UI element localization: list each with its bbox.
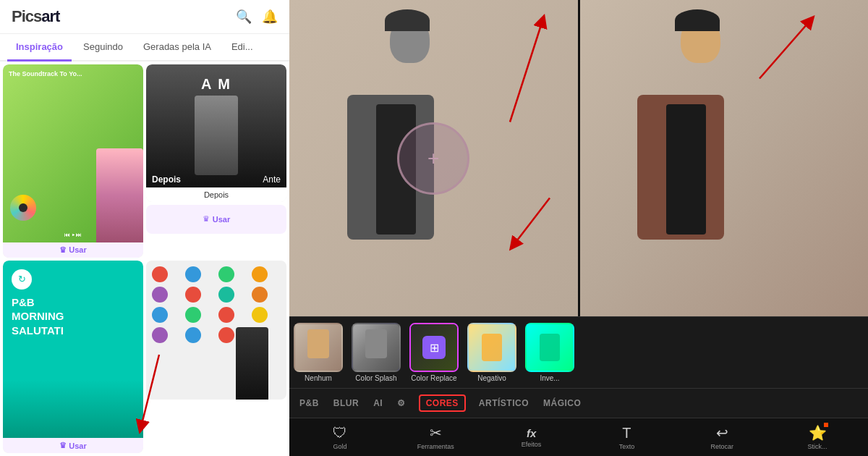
antes-label: Ante [263, 174, 281, 185]
toolbar-ferramentas[interactable]: ✂ Ferramentas [417, 424, 454, 450]
crown-icon-usar: ♛ [203, 214, 210, 224]
ferramentas-label: Ferramentas [417, 443, 454, 450]
filter-thumb-color-replace: ⊞ [409, 323, 459, 372]
filter-thumb-nenhum [294, 323, 343, 372]
filter-label-color-splash: Color Splash [355, 374, 396, 382]
filter-color-replace[interactable]: ⊞ Color Replace [405, 323, 463, 382]
left-panel: Picsart 🔍 🔔 Inspiração Seguindo Geradas … [0, 0, 289, 456]
playback-controls: ⏮ ▶ ⏭ [64, 232, 82, 238]
after-image[interactable] [580, 0, 869, 316]
tab-seguindo[interactable]: Seguindo [75, 34, 132, 62]
filter-thumb-inve [525, 323, 574, 372]
filter-label-color-replace: Color Replace [411, 374, 456, 382]
category-artistico[interactable]: ARTÍSTICO [477, 395, 530, 411]
plus-icon: + [427, 147, 439, 170]
fashion-text: A M [201, 76, 231, 93]
music-person [96, 148, 143, 242]
texto-icon: T [622, 425, 631, 442]
filter-inve[interactable]: Inve... [521, 323, 579, 382]
right-panel: + [289, 0, 868, 456]
tab-edi[interactable]: Edi... [223, 34, 262, 62]
texto-label: Texto [619, 443, 635, 450]
search-icon[interactable]: 🔍 [236, 9, 252, 25]
app-logo: Picsart [12, 7, 59, 26]
use-btn-music[interactable]: ♛ Usar [3, 242, 143, 258]
feed-card-fashion[interactable]: A M Depois Ante Depois [146, 64, 286, 202]
filter-negativo[interactable]: Negativo [463, 323, 521, 382]
toolbar-sticker[interactable]: ⭐ Stick... [799, 424, 835, 450]
crown-icon-music: ♛ [59, 245, 67, 255]
morning-text: P&B MORNING SALUTATI [12, 295, 135, 338]
filter-thumb-color-splash [352, 323, 401, 372]
filter-label-inve: Inve... [540, 374, 559, 382]
before-image[interactable]: + [289, 0, 578, 316]
category-blur[interactable]: BLUR [332, 395, 360, 411]
color-replace-icon: ⊞ [422, 336, 446, 359]
gold-icon: 🛡 [333, 425, 347, 442]
depois-text: Depois [146, 187, 286, 202]
gold-label: Gold [333, 443, 346, 450]
nav-tabs: Inspiração Seguindo Geradas pela IA Edi.… [0, 34, 289, 62]
toolbar-texto[interactable]: T Texto [608, 425, 644, 450]
use-btn-morning[interactable]: ♛ Usar [3, 438, 143, 453]
filter-label-negativo: Negativo [477, 374, 506, 382]
filter-color-splash[interactable]: Color Splash [347, 323, 405, 382]
crown-icon-morning: ♛ [59, 441, 67, 450]
feed-card-usar[interactable]: ♛ Usar [146, 205, 286, 234]
gradient-overlay [3, 380, 143, 438]
tab-inspiracao[interactable]: Inspiração [7, 34, 72, 62]
category-magico[interactable]: MÁGICO [542, 395, 582, 411]
filter-label-nenhum: Nenhum [305, 374, 332, 382]
sticker-icon: ⭐ [809, 424, 827, 442]
feed-card-dots[interactable] [146, 261, 286, 400]
bottom-toolbar: 🛡 Gold ✂ Ferramentas fx Efeitos T Texto … [289, 418, 868, 456]
efeitos-label: Efeitos [522, 441, 542, 448]
music-card-title: The Soundtrack To Yo... [3, 64, 143, 83]
category-cores[interactable]: CORES [419, 394, 466, 412]
usar-btn-label: Usar [213, 215, 230, 224]
header-icons: 🔍 🔔 [236, 9, 278, 25]
category-pb[interactable]: P&B [298, 395, 320, 411]
feed-card-morning[interactable]: ↻ P&B MORNING SALUTATI ♛ Usar [3, 261, 143, 454]
app-header: Picsart 🔍 🔔 [0, 0, 289, 34]
toolbar-gold[interactable]: 🛡 Gold [322, 425, 358, 450]
category-gear[interactable]: ⚙ [396, 395, 407, 411]
efeitos-icon: fx [527, 427, 536, 439]
tab-geradas[interactable]: Geradas pela IA [135, 34, 220, 62]
filter-thumb-negativo [467, 323, 516, 372]
vinyl-icon [10, 195, 36, 221]
editor-area: + [289, 0, 868, 316]
ferramentas-icon: ✂ [430, 424, 442, 442]
filter-nenhum[interactable]: Nenhum [289, 323, 347, 382]
category-ai[interactable]: AI [372, 395, 384, 411]
depois-label: Depois [152, 174, 181, 185]
sticker-label: Stick... [808, 443, 827, 450]
feed-card-music[interactable]: The Soundtrack To Yo... ⏮ ▶ ⏭ ♛ Usar [3, 64, 143, 258]
dots-person [236, 327, 268, 400]
circle-cursor: + [397, 122, 469, 195]
toolbar-efeitos[interactable]: fx Efeitos [514, 427, 550, 448]
toolbar-retocar[interactable]: ↩ Retocar [704, 424, 740, 450]
feed-grid: The Soundtrack To Yo... ⏮ ▶ ⏭ ♛ Usar A M [0, 62, 289, 456]
retocar-label: Retocar [710, 443, 733, 450]
sticker-notification [824, 423, 828, 427]
refresh-icon: ↻ [12, 269, 32, 290]
filter-bar: Nenhum Color Splash ⊞ Color Replace [289, 316, 868, 388]
fashion-person [195, 96, 238, 175]
retocar-icon: ↩ [716, 424, 728, 442]
bell-icon[interactable]: 🔔 [262, 9, 278, 25]
category-bar: P&B BLUR AI ⚙ CORES ARTÍSTICO MÁGICO [289, 388, 868, 418]
